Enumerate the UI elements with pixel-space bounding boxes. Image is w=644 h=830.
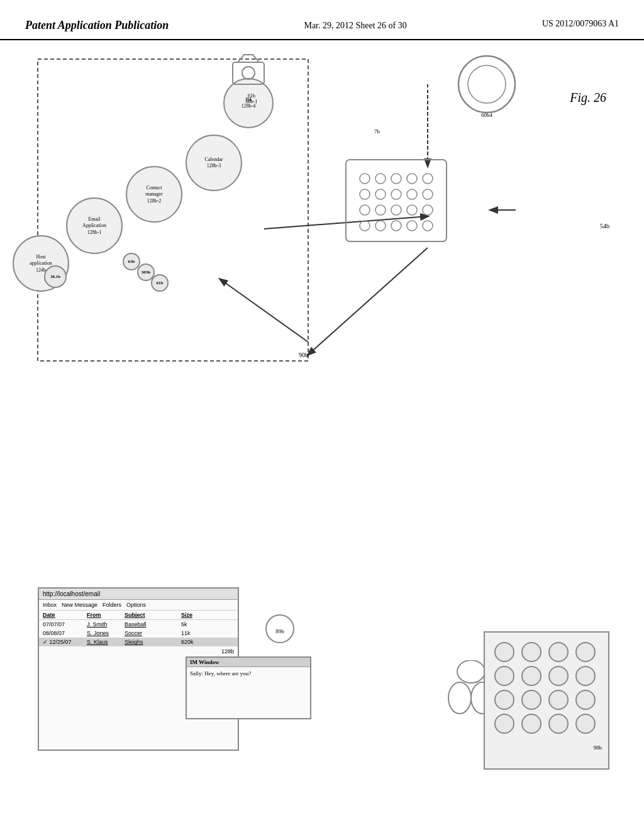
svg-point-17 — [423, 174, 433, 184]
camera-label: 61b — [226, 93, 277, 99]
svg-point-16 — [407, 174, 417, 184]
im-window: IM Window Sally: Hey, where are you? — [186, 656, 311, 719]
row1-from: J. Smith — [87, 621, 125, 628]
svg-point-10 — [458, 56, 515, 113]
svg-point-30 — [391, 221, 401, 231]
row2-date: 08/08/07 — [43, 630, 87, 636]
email-url-bar: http://localhost/email — [39, 589, 238, 600]
contact-manager-bubble: Contactmanager128b-2 — [126, 166, 182, 223]
bubble-301b-label: 30.1b — [50, 274, 60, 279]
publication-info: Mar. 29, 2012 Sheet 26 of 30 — [304, 19, 406, 33]
key-4 — [575, 642, 596, 662]
figure-content: Fig. 26 Hostapplication124 — [0, 40, 644, 807]
keyboard-device — [340, 147, 465, 263]
keypad-id: 98b — [485, 743, 608, 752]
device-60b1-label: 60b-1 — [226, 99, 277, 104]
publication-title: Patent Application Publication — [25, 19, 169, 32]
key-3 — [548, 642, 569, 662]
email-row-2: 08/08/07 S. Jones Soccer 11k — [39, 629, 238, 638]
email-row-1: 07/07/07 J. Smith Baseball 5k — [39, 620, 238, 629]
keypad-device: 98b — [484, 631, 609, 770]
key-10 — [521, 690, 541, 710]
keypad-grid — [485, 633, 608, 743]
svg-point-14 — [375, 174, 386, 184]
svg-point-24 — [375, 205, 386, 215]
key-16 — [575, 714, 596, 734]
email-row-3: ✓ 12/25/07 S. Klaus Sleighs 620k — [39, 638, 238, 646]
key-6 — [521, 666, 541, 686]
col-date: Date — [43, 612, 87, 618]
key-11 — [548, 690, 569, 710]
key-7 — [548, 666, 569, 686]
svg-point-34 — [448, 682, 471, 714]
im-window-title: IM Window — [187, 658, 310, 667]
row2-size: 11k — [181, 630, 213, 636]
key-8 — [575, 666, 596, 686]
options-link: Options — [126, 602, 146, 608]
camera-icon — [226, 50, 277, 94]
svg-point-15 — [391, 174, 401, 184]
svg-point-29 — [375, 221, 386, 231]
svg-point-28 — [360, 221, 370, 231]
key-15 — [548, 714, 569, 734]
label-7b: 7b — [374, 128, 380, 135]
key-9 — [494, 690, 514, 710]
patent-number: US 2012/0079063 A1 — [542, 19, 619, 29]
bubble-61b-inner-label: 61b — [157, 280, 164, 285]
svg-point-23 — [360, 205, 370, 215]
calendar-bubble: Calendar128b-3 — [186, 135, 242, 191]
svg-point-11 — [468, 65, 506, 103]
key-12 — [575, 690, 596, 710]
key-13 — [494, 714, 514, 734]
svg-point-25 — [391, 205, 401, 215]
svg-point-33 — [457, 660, 485, 683]
bubble-61b-inner: 61b — [151, 274, 169, 292]
email-application-bubble: EmailApplication128b-1 — [66, 197, 123, 254]
svg-point-32 — [423, 221, 433, 231]
svg-rect-7 — [233, 62, 264, 84]
row1-size: 5k — [181, 621, 213, 628]
row1-date: 07/07/07 — [43, 621, 87, 628]
large-device-area: 60b4 — [455, 53, 518, 118]
keyboard-svg — [340, 147, 465, 260]
key-2 — [521, 642, 541, 662]
svg-line-3 — [308, 248, 428, 355]
svg-line-5 — [220, 279, 308, 342]
row2-from: S. Jones — [87, 630, 125, 636]
calendar-label: Calendar128b-3 — [205, 157, 223, 170]
email-column-headers: Date From Subject Size — [39, 611, 238, 620]
label-90b: 90b — [299, 351, 308, 358]
svg-point-8 — [242, 67, 255, 79]
email-window-id: 128b — [39, 646, 238, 656]
label-54b: 54b — [600, 223, 609, 230]
row2-subject: Soccer — [125, 630, 181, 636]
contact-mgr-label: Contactmanager128b-2 — [145, 185, 163, 204]
folders-link: Folders — [103, 602, 121, 608]
col-from: From — [87, 612, 125, 618]
svg-point-22 — [423, 189, 433, 199]
row1-subject: Baseball — [125, 621, 181, 628]
svg-point-27 — [423, 205, 433, 215]
svg-point-31 — [407, 221, 417, 231]
svg-point-13 — [360, 174, 370, 184]
email-app-label: EmailApplication128b-1 — [82, 216, 106, 236]
figure-label: Fig. 26 — [570, 91, 606, 105]
col-subject: Subject — [125, 612, 181, 618]
page-header: Patent Application Publication Mar. 29, … — [0, 0, 644, 40]
svg-marker-9 — [238, 55, 259, 62]
row3-date: ✓ 12/25/07 — [43, 639, 87, 645]
row3-from: S. Klaus — [87, 639, 125, 645]
svg-point-18 — [360, 189, 370, 199]
svg-point-21 — [407, 189, 417, 199]
im-window-content: Sally: Hey, where are you? — [187, 667, 310, 680]
row3-size: 620k — [181, 639, 213, 645]
large-device-icon — [455, 53, 518, 116]
email-toolbar: Inbox New Message Folders Options — [39, 600, 238, 611]
row3-subject: Sleighs — [125, 639, 181, 645]
key-5 — [494, 666, 514, 686]
key-14 — [521, 714, 541, 734]
svg-point-20 — [391, 189, 401, 199]
bubble-89b: 89b — [264, 613, 296, 634]
camera-device-area: 61b 60b-1 — [226, 50, 277, 104]
svg-point-26 — [407, 205, 417, 215]
